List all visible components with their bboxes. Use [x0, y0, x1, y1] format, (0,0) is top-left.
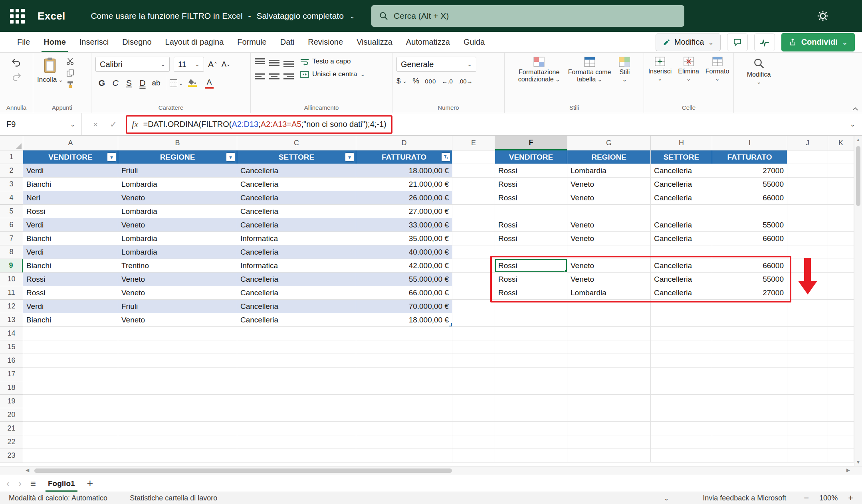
cell-J18[interactable]	[787, 381, 828, 395]
cell-B1[interactable]: REGIONE▾	[118, 150, 237, 164]
table-resize-handle[interactable]	[449, 323, 452, 326]
cell-K13[interactable]	[828, 313, 854, 327]
scroll-left-arrow[interactable]: ◀	[26, 467, 29, 473]
cell-D1[interactable]: FATTURATO	[356, 150, 452, 164]
cell-C7[interactable]: Informatica	[237, 232, 356, 245]
ribbon-tab-automatizza[interactable]: Automatizza	[399, 32, 457, 52]
cell-C18[interactable]	[237, 381, 356, 395]
cell-I13[interactable]	[712, 313, 787, 327]
cell-A16[interactable]	[23, 354, 118, 368]
cell-K21[interactable]	[828, 422, 854, 435]
cell-F19[interactable]	[495, 395, 567, 408]
ribbon-tab-inserisci[interactable]: Inserisci	[73, 32, 115, 52]
cell-F9[interactable]: Rossi	[495, 259, 567, 273]
zoom-out-button[interactable]: −	[804, 493, 809, 503]
cell-G22[interactable]	[567, 435, 651, 449]
cell-G19[interactable]	[567, 395, 651, 408]
cell-B14[interactable]	[118, 327, 237, 340]
cell-I1[interactable]: FATTURATO	[712, 150, 787, 164]
column-header-I[interactable]: I	[712, 136, 787, 150]
cell-B23[interactable]	[118, 449, 237, 462]
cell-A2[interactable]: Verdi	[23, 164, 118, 178]
cell-E12[interactable]	[452, 300, 495, 313]
share-button[interactable]: Condividi ⌄	[781, 33, 855, 51]
cell-H3[interactable]: Cancelleria	[651, 178, 712, 191]
workbook-stats-button[interactable]: Statistiche cartella di lavoro	[130, 494, 217, 502]
cell-E11[interactable]	[452, 286, 495, 300]
cell-I8[interactable]	[712, 245, 787, 259]
cell-B19[interactable]	[118, 395, 237, 408]
cell-B18[interactable]	[118, 381, 237, 395]
cell-D21[interactable]	[356, 422, 452, 435]
cell-G18[interactable]	[567, 381, 651, 395]
cell-B4[interactable]: Veneto	[118, 191, 237, 205]
column-header-K[interactable]: K	[828, 136, 854, 150]
cell-D3[interactable]: 21.000,00 €	[356, 178, 452, 191]
cell-J7[interactable]	[787, 232, 828, 245]
borders-button[interactable]: ⌄	[169, 76, 184, 90]
collapse-ribbon-button[interactable]	[852, 107, 858, 111]
row-header-8[interactable]: 8	[0, 245, 23, 259]
cell-H11[interactable]: Cancelleria	[651, 286, 712, 300]
row-header-19[interactable]: 19	[0, 395, 23, 408]
cell-H2[interactable]: Cancelleria	[651, 164, 712, 178]
sheet-tab-foglio1[interactable]: Foglio1	[45, 475, 78, 492]
cell-E23[interactable]	[452, 449, 495, 462]
filter-button-B[interactable]: ▾	[226, 153, 235, 161]
cell-J22[interactable]	[787, 435, 828, 449]
cell-I16[interactable]	[712, 354, 787, 368]
merge-center-button[interactable]: Unisci e centra ⌄	[300, 70, 365, 78]
column-header-C[interactable]: C	[237, 136, 356, 150]
column-header-D[interactable]: D	[356, 136, 452, 150]
cell-F1[interactable]: VENDITORE	[495, 150, 567, 164]
horizontal-scrollbar[interactable]: ◀ ▶	[0, 466, 862, 475]
cell-D15[interactable]	[356, 340, 452, 354]
cell-I12[interactable]	[712, 300, 787, 313]
cell-F16[interactable]	[495, 354, 567, 368]
filter-button-C[interactable]: ▾	[345, 153, 354, 161]
mode-switch-button[interactable]: Modifica ⌄	[656, 34, 721, 51]
cell-G12[interactable]	[567, 300, 651, 313]
cell-G21[interactable]	[567, 422, 651, 435]
cell-F8[interactable]	[495, 245, 567, 259]
cell-J1[interactable]	[787, 150, 828, 164]
cell-C17[interactable]	[237, 368, 356, 381]
column-header-B[interactable]: B	[118, 136, 237, 150]
row-header-7[interactable]: 7	[0, 232, 23, 245]
cell-K7[interactable]	[828, 232, 854, 245]
cell-D22[interactable]	[356, 435, 452, 449]
align-left-icon[interactable]	[255, 72, 265, 81]
cell-C5[interactable]: Cancelleria	[237, 205, 356, 218]
decrease-decimal-button[interactable]: .00→	[458, 78, 473, 85]
cell-E19[interactable]	[452, 395, 495, 408]
cell-K9[interactable]	[828, 259, 854, 273]
cell-J17[interactable]	[787, 368, 828, 381]
cell-H8[interactable]	[651, 245, 712, 259]
cell-E6[interactable]	[452, 218, 495, 232]
bold-button[interactable]: G	[95, 76, 108, 90]
cell-H22[interactable]	[651, 435, 712, 449]
cancel-entry-button[interactable]: ×	[93, 120, 98, 129]
column-header-A[interactable]: A	[23, 136, 118, 150]
cell-K5[interactable]	[828, 205, 854, 218]
cell-I14[interactable]	[712, 327, 787, 340]
italic-button[interactable]: C	[109, 76, 122, 90]
cell-G14[interactable]	[567, 327, 651, 340]
cell-F23[interactable]	[495, 449, 567, 462]
cell-H7[interactable]: Cancelleria	[651, 232, 712, 245]
feedback-link[interactable]: Invia feedback a Microsoft	[703, 494, 786, 502]
row-header-22[interactable]: 22	[0, 435, 23, 449]
cell-D4[interactable]: 26.000,00 €	[356, 191, 452, 205]
cell-A7[interactable]: Bianchi	[23, 232, 118, 245]
cell-F2[interactable]: Rossi	[495, 164, 567, 178]
cell-A13[interactable]: Bianchi	[23, 313, 118, 327]
paste-button[interactable]: Incolla ⌄	[37, 57, 63, 84]
cell-D20[interactable]	[356, 408, 452, 422]
double-underline-button[interactable]: D	[136, 76, 149, 90]
expand-formula-bar-icon[interactable]: ⌄	[850, 120, 856, 128]
cell-A21[interactable]	[23, 422, 118, 435]
cell-C2[interactable]: Cancelleria	[237, 164, 356, 178]
cell-B9[interactable]: Trentino	[118, 259, 237, 273]
formula-input[interactable]: =DATI.ORDINA(FILTRO(A2:D13;A2:A13=A5;"no…	[143, 120, 386, 129]
wrap-text-button[interactable]: Testo a capo	[300, 57, 351, 65]
